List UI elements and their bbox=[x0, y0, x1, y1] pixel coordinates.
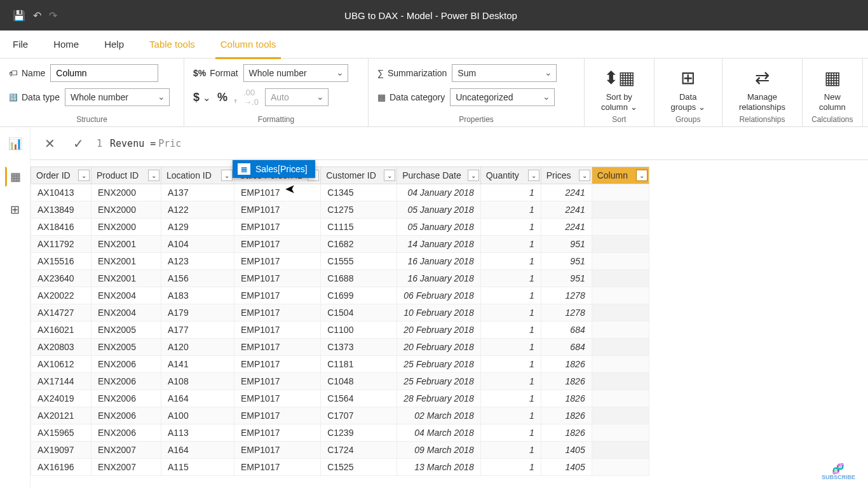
table-row[interactable]: AX16196ENX2007A115EMP1017C152513 March 2… bbox=[31, 459, 649, 476]
filter-icon[interactable]: ⌄ bbox=[148, 170, 159, 181]
table-cell[interactable]: 1 bbox=[480, 287, 541, 304]
table-cell[interactable]: 951 bbox=[541, 253, 592, 270]
table-cell[interactable]: EMP1017 bbox=[234, 201, 321, 219]
table-cell[interactable]: A122 bbox=[161, 201, 234, 219]
column-header[interactable]: Column⌄ bbox=[592, 167, 649, 184]
table-cell[interactable]: C1724 bbox=[321, 442, 397, 459]
report-view-icon[interactable]: 📊 bbox=[5, 133, 25, 154]
table-cell[interactable]: A164 bbox=[161, 442, 234, 459]
table-cell[interactable]: ENX2005 bbox=[92, 339, 161, 356]
sort-by-column-button[interactable]: ⬍▦ Sort by column ⌄ bbox=[593, 64, 645, 114]
table-cell[interactable] bbox=[592, 390, 649, 407]
table-cell[interactable]: A123 bbox=[161, 253, 234, 270]
table-cell[interactable]: EMP1017 bbox=[234, 390, 321, 407]
table-cell[interactable]: ENX2001 bbox=[92, 236, 161, 253]
model-view-icon[interactable]: ⊞ bbox=[5, 200, 25, 220]
table-cell[interactable]: 951 bbox=[541, 270, 592, 287]
filter-icon[interactable]: ⌄ bbox=[221, 170, 233, 181]
table-cell[interactable] bbox=[592, 442, 649, 459]
table-cell[interactable]: AX16196 bbox=[31, 459, 92, 476]
table-row[interactable]: AX24019ENX2006A164EMP1017C156428 Februar… bbox=[31, 390, 649, 407]
table-cell[interactable]: AX17144 bbox=[31, 373, 92, 390]
table-cell[interactable]: 16 January 2018 bbox=[397, 253, 481, 270]
table-cell[interactable]: AX15516 bbox=[31, 253, 92, 270]
table-cell[interactable]: 1 bbox=[480, 459, 541, 476]
undo-icon[interactable]: ↶ bbox=[33, 10, 41, 22]
formula-input[interactable]: 1 Revenu = Pric bbox=[97, 138, 181, 149]
table-cell[interactable]: C1555 bbox=[321, 253, 397, 270]
table-cell[interactable]: ENX2006 bbox=[92, 373, 161, 390]
table-row[interactable]: AX10413ENX2000A137EMP1017C134504 January… bbox=[31, 184, 649, 201]
table-cell[interactable]: C1048 bbox=[321, 373, 397, 390]
thousands-icon[interactable]: , bbox=[234, 91, 237, 104]
filter-icon[interactable]: ⌄ bbox=[78, 170, 90, 181]
formula-cancel-button[interactable]: ✕ bbox=[39, 133, 60, 154]
new-column-button[interactable]: ▦ New column bbox=[811, 64, 853, 114]
table-cell[interactable]: A104 bbox=[161, 236, 234, 253]
table-cell[interactable]: 1826 bbox=[541, 356, 592, 373]
table-cell[interactable]: AX10413 bbox=[31, 184, 92, 201]
table-row[interactable]: AX16021ENX2005A177EMP1017C110020 Februar… bbox=[31, 322, 649, 339]
table-cell[interactable]: C1345 bbox=[321, 184, 397, 201]
table-cell[interactable]: EMP1017 bbox=[234, 339, 321, 356]
table-cell[interactable]: ENX2006 bbox=[92, 424, 161, 442]
table-cell[interactable]: A113 bbox=[161, 424, 234, 442]
table-cell[interactable]: 1 bbox=[480, 270, 541, 287]
column-header[interactable]: Quantity⌄ bbox=[480, 167, 541, 184]
table-cell[interactable]: 05 January 2018 bbox=[397, 219, 481, 236]
datacategory-select[interactable]: Uncategorized bbox=[450, 88, 555, 106]
table-cell[interactable]: 1278 bbox=[541, 304, 592, 322]
formula-commit-button[interactable]: ✓ bbox=[68, 133, 89, 154]
table-cell[interactable]: 1278 bbox=[541, 287, 592, 304]
redo-icon[interactable]: ↷ bbox=[49, 10, 57, 22]
tab-file[interactable]: File bbox=[0, 30, 41, 58]
table-cell[interactable] bbox=[592, 287, 649, 304]
tab-table-tools[interactable]: Table tools bbox=[137, 30, 208, 58]
table-cell[interactable]: ENX2000 bbox=[92, 201, 161, 219]
decimals-input[interactable]: Auto bbox=[265, 88, 329, 106]
table-cell[interactable]: ENX2006 bbox=[92, 390, 161, 407]
table-cell[interactable]: EMP1017 bbox=[234, 236, 321, 253]
table-cell[interactable] bbox=[592, 184, 649, 201]
table-cell[interactable]: 1 bbox=[480, 219, 541, 236]
table-cell[interactable]: ENX2006 bbox=[92, 356, 161, 373]
table-cell[interactable]: AX16021 bbox=[31, 322, 92, 339]
table-cell[interactable]: AX23640 bbox=[31, 270, 92, 287]
table-cell[interactable] bbox=[592, 219, 649, 236]
save-icon[interactable]: 💾 bbox=[13, 10, 25, 22]
table-cell[interactable]: EMP1017 bbox=[234, 219, 321, 236]
table-cell[interactable]: ENX2001 bbox=[92, 270, 161, 287]
table-cell[interactable]: 2241 bbox=[541, 184, 592, 201]
table-cell[interactable]: C1100 bbox=[321, 322, 397, 339]
filter-icon[interactable]: ⌄ bbox=[528, 170, 539, 181]
table-cell[interactable]: 05 January 2018 bbox=[397, 201, 481, 219]
table-cell[interactable]: 20 February 2018 bbox=[397, 339, 481, 356]
table-cell[interactable]: AX14727 bbox=[31, 304, 92, 322]
table-cell[interactable]: 20 February 2018 bbox=[397, 322, 481, 339]
table-cell[interactable] bbox=[592, 459, 649, 476]
table-cell[interactable]: 1 bbox=[480, 339, 541, 356]
table-cell[interactable]: EMP1017 bbox=[234, 459, 321, 476]
filter-icon[interactable]: ⌄ bbox=[579, 170, 590, 181]
filter-icon[interactable]: ⌄ bbox=[384, 170, 395, 181]
table-cell[interactable] bbox=[592, 253, 649, 270]
table-cell[interactable]: AX19097 bbox=[31, 442, 92, 459]
table-cell[interactable]: C1707 bbox=[321, 407, 397, 424]
format-select[interactable]: Whole number bbox=[243, 64, 348, 82]
data-view-icon[interactable]: ▦ bbox=[5, 166, 25, 187]
column-header[interactable]: Prices⌄ bbox=[541, 167, 592, 184]
percent-icon[interactable]: % bbox=[217, 91, 227, 104]
table-cell[interactable]: A108 bbox=[161, 373, 234, 390]
datatype-select[interactable]: Whole number bbox=[65, 88, 170, 106]
table-cell[interactable]: AX20022 bbox=[31, 287, 92, 304]
table-cell[interactable]: 684 bbox=[541, 322, 592, 339]
table-cell[interactable]: AX18416 bbox=[31, 219, 92, 236]
autocomplete-popup[interactable]: ▦ Sales[Prices] bbox=[233, 160, 315, 178]
tab-column-tools[interactable]: Column tools bbox=[208, 30, 289, 58]
table-cell[interactable]: ENX2007 bbox=[92, 459, 161, 476]
column-header[interactable]: Product ID⌄ bbox=[92, 167, 161, 184]
data-groups-button[interactable]: ⊞ Data groups ⌄ bbox=[663, 64, 713, 114]
table-cell[interactable] bbox=[592, 373, 649, 390]
table-cell[interactable]: A120 bbox=[161, 339, 234, 356]
summarization-select[interactable]: Sum bbox=[452, 64, 557, 82]
